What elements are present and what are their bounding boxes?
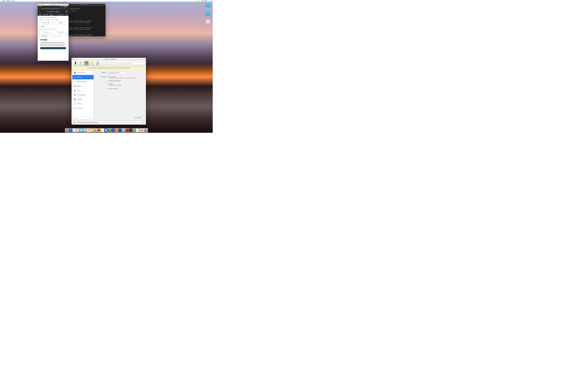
sidebar-graphics[interactable]: 🖥Graphics xyxy=(72,75,94,79)
radio-button[interactable] xyxy=(107,76,109,77)
topic[interactable]: android xyxy=(39,19,43,20)
sidebar-cpu-memory[interactable]: 🟩CPU & Memory xyxy=(72,70,94,75)
restore-defaults-button[interactable]: Restore Defaults xyxy=(132,117,144,119)
dock-reminders[interactable]: ✓ xyxy=(94,129,97,132)
dock-appstore[interactable]: Ⓐ xyxy=(118,129,122,132)
topic[interactable]: libav xyxy=(51,19,54,20)
branch-selector[interactable]: ᛘ master ⌄ xyxy=(39,25,67,28)
keyboard-icon: ⌨️ xyxy=(73,81,76,83)
sidebar-usb-bluetooth[interactable]: 🔌USB & Bluetooth xyxy=(72,93,94,97)
add-device-button[interactable]: + xyxy=(72,117,75,119)
app-menu[interactable]: scrcpy xyxy=(2,0,5,1)
advanced-settings[interactable]: ▸Advanced Settings xyxy=(107,88,143,89)
tab-pulse[interactable]: Puls xyxy=(65,14,67,15)
tab-projects[interactable]: Projects0 xyxy=(58,14,64,15)
toolbar-hardware[interactable]: ▬Hardware xyxy=(83,61,90,66)
dock-parallels[interactable]: ∥ xyxy=(125,129,129,132)
dock-notes[interactable]: 📝 xyxy=(90,129,94,132)
dock-contacts[interactable]: 📇 xyxy=(83,129,86,132)
menubar-status-icon[interactable]: ⎋ xyxy=(197,0,197,1)
config-titlebar[interactable]: "macOS" Configuration xyxy=(71,58,146,60)
repo-description: Display and control your Android device xyxy=(39,17,67,18)
tabs-button[interactable]: ▢ xyxy=(63,8,65,10)
dock-trash[interactable]: 🗑 xyxy=(144,129,147,132)
maximize-button[interactable] xyxy=(42,4,43,5)
dock-facetime[interactable]: 📹 xyxy=(108,129,111,132)
close-button[interactable] xyxy=(72,58,73,59)
radio-scaled[interactable]: ScaledGraphics scaled to full size. xyxy=(107,83,143,86)
home-button[interactable]: ⌂ xyxy=(38,8,40,10)
dock-itunes[interactable]: 🎵 xyxy=(111,129,115,132)
toolbar-backup[interactable]: 🔄Backup xyxy=(95,61,100,66)
radio-button[interactable] xyxy=(107,83,109,85)
notifications-icon[interactable]: 🔔 xyxy=(66,11,67,12)
memory-select[interactable]: 64 MB (Recommended) xyxy=(107,72,129,74)
sidebar-network[interactable]: 🌐Network xyxy=(72,84,94,88)
jump-to-file-button[interactable]: 🔍Jump to file xyxy=(53,31,67,33)
menu-button[interactable]: ⋮ xyxy=(66,8,68,10)
dock-app[interactable]: 📋 xyxy=(136,129,139,132)
sidebar-hard-disk[interactable]: 💽Hard Disk xyxy=(72,97,94,101)
repo-name[interactable]: scrcpy xyxy=(56,11,59,12)
globe-icon: 🌐 xyxy=(73,85,76,87)
dock-ibooks[interactable]: 📙 xyxy=(115,129,118,132)
dock-android[interactable]: 🤖 xyxy=(132,129,136,132)
window-menu[interactable]: Window xyxy=(6,0,10,1)
radio-more-space[interactable]: More SpaceGraphics at full Retina resolu… xyxy=(107,76,143,79)
dock-preferences[interactable]: ⚙️ xyxy=(122,129,125,132)
tab-pulls[interactable]: Pull requests1 xyxy=(50,13,57,16)
dock-safari[interactable]: 🧭 xyxy=(73,129,76,132)
config-window[interactable]: "macOS" Configuration 📱General 🎚Options … xyxy=(71,58,146,125)
dock-messages[interactable]: 💬 xyxy=(104,129,108,132)
desktop-folder-idapro[interactable]: IDAPRO70 xyxy=(205,3,211,9)
desktop-file-screenshot[interactable]: Screen Shot 2018-03...6.02 AM xyxy=(205,20,211,27)
topic[interactable]: sdl2 xyxy=(47,19,50,20)
dock-app[interactable]: ⬜ xyxy=(76,129,79,132)
dock-downloads[interactable]: 📥 xyxy=(140,129,144,132)
dock-photos[interactable]: 🌸 xyxy=(101,129,104,132)
hamburger-icon[interactable]: ☰ xyxy=(39,11,40,12)
dock-finder[interactable]: 😀 xyxy=(66,129,69,132)
dock-calendar[interactable]: 📅 xyxy=(87,129,90,132)
menubar-battery-icon[interactable]: 🔋 xyxy=(199,0,200,1)
sidebar-cd-dvd[interactable]: 💿CD/DVD xyxy=(72,101,94,106)
repo-owner[interactable]: Genymobile xyxy=(49,11,54,12)
signal-icon: 📶 xyxy=(65,6,66,7)
topic[interactable]: c xyxy=(44,19,46,20)
view-menu[interactable]: View xyxy=(11,0,14,1)
sidebar-mouse-keyboard[interactable]: ⌨️Mouse & Keyboard xyxy=(72,79,94,84)
toolbar-options[interactable]: 🎚Options xyxy=(78,61,83,66)
remove-device-button[interactable]: − xyxy=(75,117,77,119)
dock-launchpad[interactable]: 🚀 xyxy=(69,129,72,132)
notification-center-icon[interactable]: ☰ xyxy=(211,0,212,1)
spotlight-icon[interactable]: 🔍 xyxy=(208,0,210,1)
lock-icon[interactable]: 🔓 xyxy=(73,122,76,124)
scrcpy-window[interactable]: Redmi Note 3 06:10:45 ⏰ 📳 📶 📶 🔋 ⌂ 🔒 http… xyxy=(38,4,69,61)
image-file-icon xyxy=(206,20,211,25)
toolbar-general[interactable]: 📱General xyxy=(73,61,78,66)
radio-best-retina[interactable]: Best for Retina display xyxy=(107,80,143,82)
gear-icon: ⚙ xyxy=(73,107,76,109)
sidebar-sound[interactable]: 🔊Sound xyxy=(72,88,94,93)
url-field[interactable]: 🔒 https://github.com/Genymobile/srcrcp xyxy=(41,8,62,10)
watch-button[interactable]: 👁Watch xyxy=(53,21,67,24)
radio-button[interactable] xyxy=(107,80,109,82)
topic[interactable]: ffmpeg xyxy=(54,19,59,20)
minimize-button[interactable] xyxy=(40,4,41,5)
close-button[interactable] xyxy=(39,4,40,5)
scrcpy-titlebar[interactable]: Redmi Note 3 xyxy=(38,4,69,6)
sidebar-boot-order[interactable]: ⚙Boot Order xyxy=(72,106,94,110)
tab-issues[interactable]: Issues32 xyxy=(43,14,48,15)
desktop-folder-parallels[interactable]: Parallels Shared Folders xyxy=(205,11,211,18)
help-button[interactable]: ? xyxy=(142,122,144,124)
view-code-button[interactable]: 📁View code xyxy=(39,31,53,33)
dock-maps[interactable]: 🗺 xyxy=(97,129,101,132)
toolbar-security[interactable]: 🔑Security xyxy=(90,61,95,66)
dock-terminal[interactable]: ⬛ xyxy=(129,129,132,132)
readme-paragraph: This application provides display and co… xyxy=(40,42,66,46)
star-button[interactable]: ★Star 2,540 xyxy=(39,21,53,24)
tab-code[interactable]: Code xyxy=(39,14,41,16)
config-search[interactable]: 🔍Search xyxy=(127,62,145,65)
menubar-clock[interactable]: Tue 6:10 AM xyxy=(201,0,207,1)
dock-mail[interactable]: ✉️ xyxy=(80,129,83,132)
